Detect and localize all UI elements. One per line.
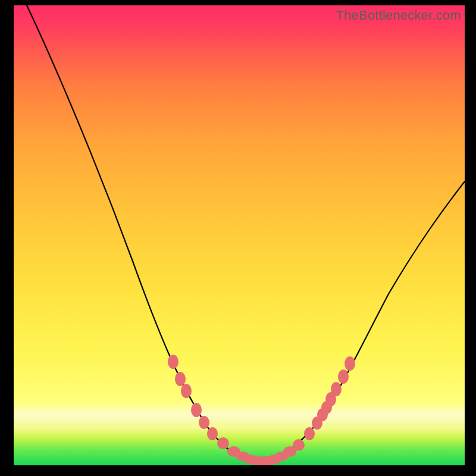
svg-point-23: [338, 369, 349, 384]
curve-path: [27, 5, 465, 461]
svg-point-16: [293, 439, 305, 451]
svg-point-6: [217, 437, 229, 449]
curve-markers: [168, 355, 355, 465]
svg-point-24: [345, 356, 355, 371]
svg-point-3: [191, 403, 202, 417]
bottleneck-curve: [14, 5, 465, 465]
chart-frame: TheBottlenecker.com: [0, 0, 476, 476]
plot-area: TheBottlenecker.com: [14, 5, 465, 465]
svg-point-0: [168, 355, 178, 369]
svg-point-2: [181, 384, 192, 398]
svg-point-17: [304, 427, 315, 440]
svg-point-22: [331, 382, 342, 396]
svg-point-5: [207, 427, 218, 440]
svg-point-4: [199, 416, 209, 429]
svg-point-1: [175, 372, 186, 386]
